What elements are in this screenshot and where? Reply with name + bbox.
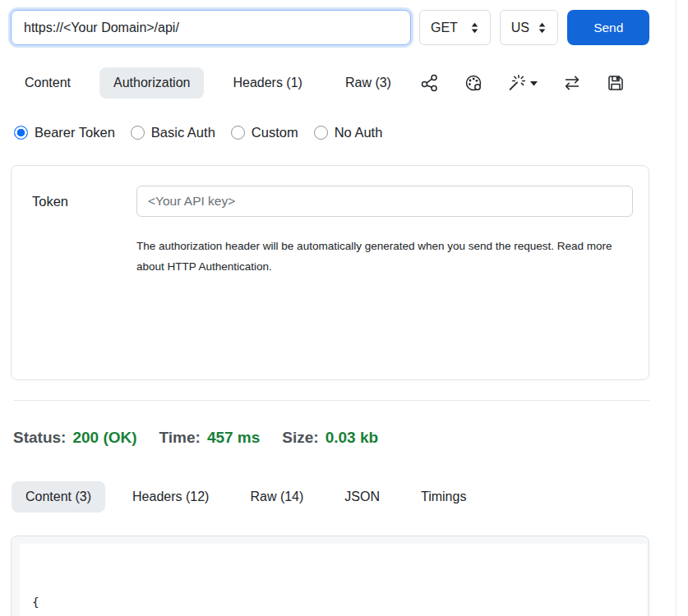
tab-authorization[interactable]: Authorization [99,67,204,99]
code-line: { [32,592,647,613]
radio-bearer-token[interactable]: Bearer Token [14,125,115,140]
size-label: Size: [282,429,318,447]
pane-divider [676,0,676,616]
tab-content[interactable]: Content [11,67,85,99]
radio-label: Custom [252,125,298,140]
region-select[interactable]: US [500,10,559,45]
token-label: Token [32,194,68,209]
send-button[interactable]: Send [567,10,649,45]
magic-wand-icon [507,73,527,93]
share-icon [420,73,440,93]
method-select[interactable]: GET [419,10,491,45]
resp-tab-headers[interactable]: Headers (12) [118,481,223,513]
transfer-button[interactable] [562,73,582,93]
url-input[interactable] [11,10,411,45]
auth-type-options: Bearer Token Basic Auth Custom No Auth [14,125,382,140]
response-body-container: { "message": "API running." } [11,536,649,616]
status-label: Status: [13,429,66,447]
response-status-row: Status: 200 (OK) Time: 457 ms Size: 0.03… [13,429,378,447]
palette-icon [464,73,483,93]
time-stat: Time: 457 ms [159,429,261,447]
token-input[interactable] [136,186,633,217]
resp-tab-json[interactable]: JSON [330,481,394,513]
region-select-value: US [511,21,529,35]
api-tester-page: GET US Send Content Authorization Header… [0,0,688,616]
tab-raw[interactable]: Raw (3) [331,67,405,99]
updown-arrows-icon [469,21,481,35]
radio-label: No Auth [335,125,383,140]
status-value: 200 (OK) [72,429,136,447]
radio-label: Basic Auth [151,125,215,140]
size-value: 0.03 kb [326,429,378,447]
radio-icon [131,126,145,140]
tab-headers[interactable]: Headers (1) [219,67,316,99]
resp-tab-timings[interactable]: Timings [407,481,480,513]
transfer-arrows-icon [562,73,582,93]
radio-basic-auth[interactable]: Basic Auth [131,125,215,140]
time-label: Time: [159,429,201,447]
request-bar: GET US Send [11,10,649,45]
share-button[interactable] [420,73,440,93]
token-help-text: The authorization header will be automat… [136,236,623,277]
radio-icon [231,126,245,140]
resp-tab-content[interactable]: Content (3) [12,481,105,513]
size-stat: Size: 0.03 kb [282,429,378,447]
radio-icon [314,126,328,140]
radio-label: Bearer Token [35,125,115,140]
magic-wand-menu-button[interactable] [507,73,538,93]
updown-arrows-icon [536,21,548,35]
resp-tab-raw[interactable]: Raw (14) [236,481,317,513]
caret-down-icon [529,80,538,87]
save-button[interactable] [606,73,626,93]
response-json-body: { "message": "API running." } [20,544,647,616]
time-value: 457 ms [207,429,260,447]
request-toolbar [420,73,626,93]
radio-custom[interactable]: Custom [231,125,298,140]
theme-button[interactable] [464,73,483,93]
section-divider [14,400,649,401]
radio-selected-icon [14,126,28,140]
request-tabs-row: Content Authorization Headers (1) Raw (3… [11,67,649,99]
brace-open: { [32,595,39,609]
save-icon [606,73,626,93]
response-tabs-row: Content (3) Headers (12) Raw (14) JSON T… [12,481,650,513]
radio-no-auth[interactable]: No Auth [314,125,383,140]
method-select-value: GET [431,21,458,35]
auth-panel: Token The authorization header will be a… [11,165,649,380]
status-stat: Status: 200 (OK) [13,429,137,447]
